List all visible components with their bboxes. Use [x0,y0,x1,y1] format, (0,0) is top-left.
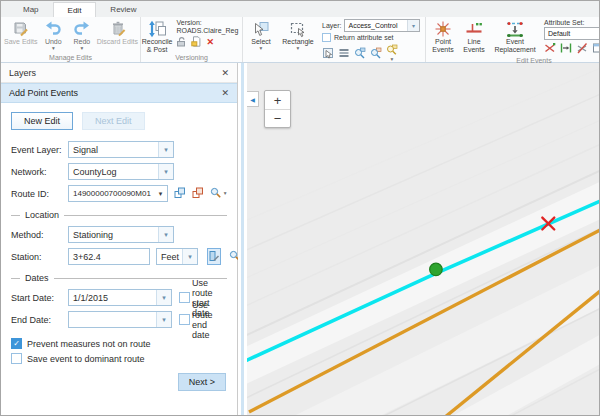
point-events-icon [434,19,452,38]
route-id-value: 14900000700090M01 [69,186,154,201]
use-route-end-date-label: Use route end date [192,300,227,340]
map-zoom-control: + − [264,90,291,128]
tab-edit[interactable]: Edit [53,2,97,17]
zoom-to-route-button[interactable]: ▾ [209,185,227,202]
basemap-texture [247,63,599,415]
attribute-set-value: Default [545,28,600,39]
route-id-combo[interactable]: 14900000700090M01 ▾ [68,185,168,202]
point-events-button[interactable]: Point Events [428,18,458,53]
line-events-button[interactable]: Line Events [459,18,489,53]
chevron-down-icon: ▾ [407,20,419,31]
layer-value: Access_Control [345,20,407,31]
retire-event-icon[interactable] [576,42,588,55]
group-label-manage-edits: Manage Edits [3,53,138,62]
end-date-select[interactable]: ▾ [68,311,172,328]
line-events-label: Line Events [459,38,489,53]
station-units-select[interactable]: Feet ▾ [156,248,198,265]
network-label: Network: [11,167,66,177]
save-edits-button[interactable]: Save Edits [3,18,38,46]
zoom-out-button[interactable]: − [265,109,290,127]
select-route-alternate-button[interactable] [191,185,204,202]
move-event-icon[interactable] [560,42,572,55]
pan-to-selection-icon[interactable] [370,47,382,60]
event-attributes-icon[interactable] [592,42,600,55]
add-point-events-title: Add Point Events [9,88,78,98]
chevron-down-icon: ▾ [182,249,197,264]
rectangle-select-icon [289,19,307,38]
next-button[interactable]: Next > [178,373,226,391]
group-manage-edits: Save Edits Undo ▾ Redo ▾ [1,17,141,62]
station-input[interactable]: 3+62.4 [68,248,150,265]
undo-button[interactable]: Undo ▾ [39,18,67,51]
select-button[interactable]: Select ▾ [245,18,277,51]
redo-button[interactable]: Redo ▾ [68,18,96,51]
return-attribute-set-checkbox[interactable] [322,33,331,42]
tab-map[interactable]: Map [9,2,53,17]
group-label-versioning: Versioning [143,53,240,62]
network-select[interactable]: CountyLog ▾ [68,163,174,180]
rectangle-dropdown-icon[interactable]: ▾ [297,46,300,51]
ribbon-body: Save Edits Undo ▾ Redo ▾ [1,17,599,63]
next-edit-button[interactable]: Next Edit [82,112,145,130]
tab-review[interactable]: Review [96,2,150,17]
pick-station-on-map-button[interactable] [207,248,221,265]
rectangle-select-button[interactable]: Rectangle ▾ [278,18,318,51]
select-route-alt-icon [192,187,204,201]
add-point-events-header[interactable]: Add Point Events ✕ [1,83,237,103]
zoom-to-route-icon [210,187,222,201]
layer-label: Layer: [322,22,341,29]
close-icon[interactable]: ✕ [221,68,229,78]
redo-dropdown-icon[interactable]: ▾ [80,46,83,51]
collapse-panel-button[interactable]: ◀ [247,91,259,107]
method-select[interactable]: Stationing ▾ [68,226,174,243]
discard-edits-button[interactable]: Discard Edits [97,18,138,46]
save-edits-label: Save Edits [4,38,37,46]
event-replacement-button[interactable]: Event Replacement [490,18,540,53]
layers-pane-header[interactable]: Layers ✕ [1,63,237,83]
save-dominant-route-checkbox[interactable] [11,353,22,364]
use-route-start-date-checkbox[interactable] [179,292,190,303]
close-icon[interactable]: ✕ [221,88,229,98]
selection-list-icon[interactable] [338,47,350,60]
zoom-to-route-dropdown-icon[interactable]: ▾ [224,191,227,196]
select-by-attributes-icon[interactable] [322,47,334,60]
select-dropdown-icon[interactable]: ▾ [260,46,263,51]
save-edits-icon [12,19,29,38]
selection-options-button[interactable]: ▾ [386,44,398,62]
prevent-measures-checkbox[interactable]: ✓ [11,338,22,349]
group-selection: Select ▾ Rectangle ▾ Layer: [243,17,426,62]
reconcile-post-label: Reconcile & Post [142,38,173,53]
select-icon [252,19,270,38]
prevent-measures-label: Prevent measures not on route [27,339,151,349]
delete-version-icon[interactable]: ✕ [206,38,214,47]
reconcile-post-icon [148,19,166,38]
attribute-set-select[interactable]: Default ▾ [544,27,600,40]
select-route-on-map-button[interactable] [173,185,186,202]
map-canvas[interactable]: + − [247,63,599,415]
version-label: Version: [176,19,238,26]
chevron-down-icon: ▾ [158,142,173,157]
chevron-down-icon: ▾ [154,186,167,201]
zoom-in-button[interactable]: + [265,91,290,109]
layers-pane-title: Layers [9,68,36,78]
select-route-icon [174,187,186,201]
pick-station-icon [208,250,220,264]
method-label: Method: [11,230,66,240]
new-edit-button[interactable]: New Edit [11,112,73,130]
panel-dock-strip [238,63,247,415]
unlock-icon[interactable] [176,36,187,48]
start-date-select[interactable]: 1/1/2015 ▾ [68,289,172,306]
event-replacement-icon [505,19,525,38]
reconcile-post-button[interactable]: Reconcile & Post [142,18,173,53]
start-date-label: Start Date: [11,293,66,303]
zoom-to-selection-icon[interactable] [354,47,366,60]
use-route-end-date-checkbox[interactable] [179,314,190,325]
new-version-icon[interactable] [191,36,202,48]
layer-select[interactable]: Access_Control ▾ [344,19,420,32]
event-layer-select[interactable]: Signal ▾ [68,141,174,158]
undo-dropdown-icon[interactable]: ▾ [52,46,55,51]
route-id-label: Route ID: [11,189,66,199]
collapse-left-icon: ◀ [250,96,255,103]
group-versioning: Reconcile & Post Version: ROADS.Claire_R… [141,17,243,62]
realign-event-icon[interactable] [544,42,556,55]
